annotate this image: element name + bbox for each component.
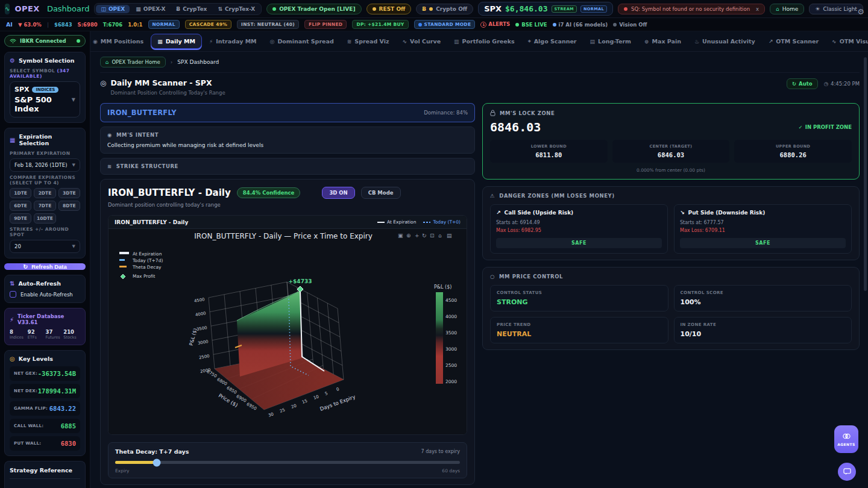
crypto-toggle[interactable]: ɃCrypto Off bbox=[416, 4, 473, 14]
net-gex-value: -36373.54B bbox=[38, 370, 76, 377]
nav-opex[interactable]: ◫OPEX bbox=[96, 5, 130, 13]
dte-option-6dte[interactable]: 6DTE bbox=[10, 201, 31, 211]
colorbar-ticks: 4500 4000 3500 3000 2500 2000 bbox=[445, 298, 457, 384]
tab-otm-scanner[interactable]: ↗OTM Scanner bbox=[763, 34, 825, 48]
orbit-icon[interactable]: ↻ bbox=[422, 233, 427, 239]
standard-mode-badge[interactable]: STANDARD MODE bbox=[414, 20, 476, 29]
check-circle-icon: ✓ bbox=[799, 124, 803, 130]
bse-label: BSE LIVE bbox=[521, 22, 547, 28]
strikes-value: 20 bbox=[14, 243, 21, 249]
key-levels-title: Key Levels bbox=[19, 355, 53, 362]
tab-intraday-mm[interactable]: ⚡Intraday MM bbox=[203, 34, 263, 48]
close-icon[interactable]: x bbox=[756, 6, 759, 12]
dte-option-8dte[interactable]: 8DTE bbox=[58, 201, 80, 211]
chart-title: IRON_BUTTERFLY - Daily — Price x Time to… bbox=[194, 232, 373, 240]
primary-expiration-value: Feb 18, 2026 (1DTE) bbox=[14, 162, 67, 168]
theta-decay-slider[interactable] bbox=[115, 461, 460, 464]
plot-modebar: ▣ ⊕ + ↻ ⊡ ⌂ ▤ bbox=[398, 233, 452, 239]
brand-suffix: Dashboard bbox=[47, 4, 90, 13]
home-view-icon[interactable]: ⌂ bbox=[438, 233, 442, 239]
center-target-value: 6846.03 bbox=[615, 151, 727, 158]
dark-pool-badge[interactable]: DP: +$21.4M BUY bbox=[352, 20, 408, 29]
plot-area[interactable]: IRON_BUTTERFLY - Daily — Price x Time to… bbox=[108, 229, 467, 434]
normal-mode-badge[interactable]: NORMAL bbox=[148, 20, 180, 29]
theme-label: Classic Light bbox=[823, 6, 857, 12]
top-bar: ∿ OPEX Dashboard ◫OPEX ▦OPEX-X ɃCrypTex … bbox=[0, 0, 868, 18]
tab-max-pain[interactable]: ⊚Max Pain bbox=[638, 34, 687, 48]
vision-indicator[interactable]: Vision Off bbox=[613, 22, 647, 28]
mode-dot-icon bbox=[418, 23, 422, 27]
nav-cryptex-x[interactable]: ⇅CrypTex-X bbox=[213, 5, 260, 13]
error-toast: SQ: Symbol not found or no security defi… bbox=[618, 4, 765, 14]
reset-axes-icon[interactable]: ⊡ bbox=[430, 233, 435, 239]
tab-spread-viz[interactable]: ≋Spread Viz bbox=[341, 34, 395, 48]
home-button[interactable]: ⌂Home bbox=[770, 4, 804, 14]
alerts-indicator[interactable]: 1ALERTS bbox=[480, 21, 510, 28]
breadcrumb-separator: › bbox=[171, 59, 173, 65]
dte-option-2dte[interactable]: 2DTE bbox=[34, 188, 55, 198]
lower-bound-box: LOWER BOUND6811.80 bbox=[490, 140, 608, 163]
rest-toggle[interactable]: REST Off bbox=[366, 4, 412, 14]
dte-option-1dte[interactable]: 1DTE bbox=[10, 188, 31, 198]
dte-option-3dte[interactable]: 3DTE bbox=[58, 188, 80, 198]
symbol-price: $6,846.03 bbox=[505, 4, 547, 13]
primary-expiration-select[interactable]: Feb 18, 2026 (1DTE)▼ bbox=[10, 158, 80, 172]
days-to-expiry-label: 7 days to expiry bbox=[421, 449, 460, 454]
dte-option-7dte[interactable]: 7DTE bbox=[34, 201, 55, 211]
tab-algo-scanner[interactable]: ⌖Algo Scanner bbox=[522, 34, 583, 48]
camera-icon[interactable]: ▣ bbox=[398, 233, 403, 239]
slider-handle[interactable] bbox=[153, 458, 160, 466]
status-dot bbox=[429, 7, 433, 11]
tab-dominant-spread[interactable]: ◎Dominant Spread bbox=[264, 34, 340, 48]
auto-refresh-checkbox-label: Enable Auto-Refresh bbox=[20, 292, 73, 298]
zoom-icon[interactable]: ⊕ bbox=[406, 233, 411, 239]
zone-starts-at: Starts at: 6914.49 bbox=[496, 220, 662, 225]
calendar-icon: ▦ bbox=[10, 137, 15, 143]
symbol-select[interactable]: SPX INDICES S&P 500 Index ▼ bbox=[10, 81, 80, 117]
flip-pinned-badge[interactable]: FLIP PINNED bbox=[304, 20, 347, 29]
chat-button[interactable] bbox=[838, 463, 856, 481]
live-dot-icon bbox=[515, 23, 519, 27]
refresh-data-button[interactable]: ↻Refresh Data bbox=[4, 263, 86, 270]
auto-refresh-checkbox[interactable] bbox=[10, 291, 16, 298]
pan-icon[interactable]: + bbox=[415, 233, 420, 239]
tab-long-term[interactable]: ▤Long-Term bbox=[584, 34, 637, 48]
tab-portfolio-greeks[interactable]: ▥Portfolio Greeks bbox=[448, 34, 521, 48]
put-side-zone: ↘Put Side (Downside Risk) Starts at: 677… bbox=[674, 204, 852, 254]
inst-badge[interactable]: INST: NEUTRAL (40) bbox=[237, 20, 299, 29]
auto-refresh-badge[interactable]: ↻Auto bbox=[787, 78, 818, 89]
legend-today: Today (T+0) bbox=[423, 219, 461, 225]
save-icon[interactable]: ▤ bbox=[447, 233, 452, 239]
trader-status-pill[interactable]: OPEX Trader Open [LIVE] bbox=[266, 4, 361, 14]
agents-button[interactable]: AGENTS bbox=[834, 425, 858, 453]
nav-opex-x[interactable]: ▦OPEX-X bbox=[131, 5, 170, 13]
profit-zone-status: ✓IN PROFIT ZONE bbox=[799, 124, 852, 130]
cb-mode-button[interactable]: CB Mode bbox=[361, 187, 401, 199]
breadcrumb-home-button[interactable]: ⌂OPEX Trader Home bbox=[100, 57, 166, 67]
refresh-icon: ↻ bbox=[792, 81, 796, 87]
dominant-strategy-banner[interactable]: IRON_BUTTERFLY Dominance: 84% bbox=[100, 103, 475, 122]
nav-cryptex[interactable]: ɃCrypTex bbox=[171, 5, 212, 13]
slider-fill bbox=[115, 461, 157, 464]
tab-mm-positions[interactable]: ◉MM Positions bbox=[90, 34, 149, 48]
main-tab-bar: ◉MM Positions ▦Daily MM ⚡Intraday MM ◎Do… bbox=[90, 31, 868, 52]
page-scrollbar[interactable] bbox=[864, 57, 867, 291]
intent-text: Collecting premium while managing risk a… bbox=[107, 142, 468, 148]
strikes-select[interactable]: 20▼ bbox=[10, 240, 80, 253]
tab-unusual-activity[interactable]: ♨Unusual Activity bbox=[688, 34, 761, 48]
dte-option-10dte[interactable]: 10DTE bbox=[34, 213, 55, 224]
page-subtitle: Dominant Position Controlling Today's Ra… bbox=[110, 90, 225, 96]
put-side-status-badge: SAFE bbox=[680, 238, 846, 248]
dte-option-9dte[interactable]: 9DTE bbox=[10, 213, 31, 224]
theme-classic-light-button[interactable]: ☀Classic Light bbox=[809, 4, 863, 14]
tab-vol-curve[interactable]: ∿Vol Curve bbox=[397, 34, 447, 48]
cascade-badge[interactable]: CASCADE 49% bbox=[185, 20, 231, 29]
strikes-label: STRIKES +/- AROUND SPOT bbox=[10, 227, 80, 237]
mode-label: STANDARD MODE bbox=[424, 22, 471, 27]
gear-icon[interactable]: ⚙ bbox=[857, 7, 864, 16]
tab-otm-visualizer[interactable]: ∿OTM Visualizer bbox=[826, 34, 868, 48]
tab-daily-mm[interactable]: ▦Daily MM bbox=[151, 34, 202, 49]
lightning-icon: ⚡ bbox=[10, 316, 14, 323]
intent-title: MM'S INTENT bbox=[116, 132, 159, 138]
3d-toggle-button[interactable]: 3D ON bbox=[322, 187, 354, 199]
